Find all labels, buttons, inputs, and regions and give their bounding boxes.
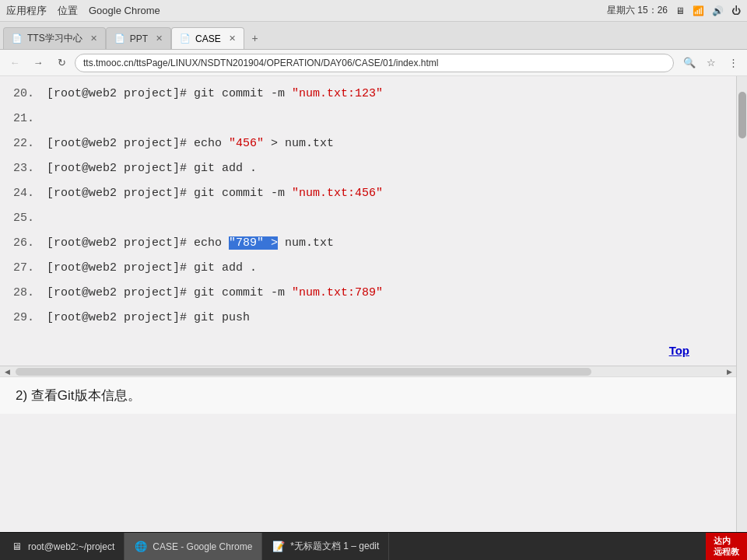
taskbar-item-gedit[interactable]: 📝 *无标题文档 1 – gedit [262, 533, 389, 561]
tab-ppt-icon: 📄 [114, 33, 125, 44]
line-num-23: 23. [8, 159, 47, 179]
tab-tts[interactable]: 📄 TTS学习中心 ✕ [3, 27, 106, 49]
code-line-29: 29. [root@web2 project]# git push [8, 308, 721, 333]
code-line-25: 25. [8, 208, 721, 233]
code-line-21: 21. [8, 109, 721, 134]
scrollbar-x-track [12, 368, 724, 376]
line-content-20: [root@web2 project]# git commit -m "num.… [47, 84, 383, 104]
line-num-26: 26. [8, 233, 47, 254]
taskbar-terminal-label: root@web2:~/project [28, 541, 114, 552]
scroll-left-arrow[interactable]: ◀ [2, 366, 12, 377]
system-bar-right: 星期六 15：26 🖥 📶 🔊 ⏻ [607, 4, 741, 17]
section-label: 2) 查看Git版本信息。 [16, 388, 141, 403]
line-num-21: 21. [8, 109, 47, 129]
line-content-27: [root@web2 project]# git add . [47, 258, 257, 278]
system-time: 星期六 15：26 [607, 4, 668, 17]
brand-line2: 远程教 [714, 547, 739, 557]
taskbar-item-terminal[interactable]: 🖥 root@web2:~/project [0, 533, 124, 561]
line-num-28: 28. [8, 283, 47, 303]
tab-bar: 📄 TTS学习中心 ✕ 📄 PPT ✕ 📄 CASE ✕ + [0, 22, 747, 50]
system-bar-left: 应用程序 位置 Google Chrome [6, 4, 160, 18]
line-content-26: [root@web2 project]# echo "789" > num.tx… [47, 233, 334, 254]
taskbar-gedit-label: *无标题文档 1 – gedit [290, 540, 379, 553]
network-icon[interactable]: 📶 [693, 5, 704, 16]
system-bar: 应用程序 位置 Google Chrome 星期六 15：26 🖥 📶 🔊 ⏻ [0, 0, 747, 22]
brand-lines: 达内 远程教 [714, 536, 739, 556]
search-icon[interactable]: 🔍 [680, 54, 699, 72]
code-line-22: 22. [root@web2 project]# echo "456" > nu… [8, 134, 721, 159]
gedit-icon: 📝 [272, 540, 286, 554]
taskbar-item-chrome[interactable]: 🌐 CASE - Google Chrome [124, 533, 262, 561]
power-icon[interactable]: ⏻ [731, 5, 741, 16]
address-bar[interactable]: tts.tmooc.cn/ttsPage/LINUX/NSDTN201904/O… [75, 54, 674, 72]
taskbar-chrome-label: CASE - Google Chrome [153, 541, 252, 552]
top-link-container: Top [0, 341, 736, 366]
location-menu[interactable]: 位置 [58, 4, 78, 18]
bookmark-icon[interactable]: ☆ [702, 54, 721, 72]
tab-case-close[interactable]: ✕ [229, 33, 236, 44]
tab-tts-close[interactable]: ✕ [90, 33, 97, 44]
scrollbar-x-thumb[interactable] [16, 368, 591, 376]
tab-case-icon: 📄 [180, 33, 191, 44]
line-content-23: [root@web2 project]# git add . [47, 159, 257, 179]
reload-button[interactable]: ↻ [51, 53, 72, 73]
chrome-icon: 🌐 [134, 540, 148, 554]
tab-tts-label: TTS学习中心 [27, 32, 82, 45]
nav-icons: 🔍 ☆ ⋮ [680, 54, 742, 72]
terminal-icon: 🖥 [9, 540, 23, 554]
taskbar-brand[interactable]: 达内 远程教 [706, 533, 747, 561]
tab-ppt-close[interactable]: ✕ [156, 33, 163, 44]
line-num-27: 27. [8, 258, 47, 278]
tab-case[interactable]: 📄 CASE ✕ [171, 27, 244, 49]
scrollbar-x[interactable]: ◀ ▶ [0, 366, 736, 376]
app-menu[interactable]: 应用程序 [6, 4, 47, 18]
brand-line1: 达内 [714, 536, 739, 546]
line-num-29: 29. [8, 308, 47, 328]
tab-ppt[interactable]: 📄 PPT ✕ [106, 27, 171, 49]
line-num-25: 25. [8, 208, 47, 229]
new-tab-button[interactable]: + [244, 27, 266, 49]
taskbar: 🖥 root@web2:~/project 🌐 CASE - Google Ch… [0, 532, 747, 560]
line-content-29: [root@web2 project]# git push [47, 308, 250, 328]
forward-button[interactable]: → [28, 53, 48, 73]
address-text: tts.tmooc.cn/ttsPage/LINUX/NSDTN201904/O… [83, 58, 665, 68]
line-num-24: 24. [8, 184, 47, 204]
line-num-20: 20. [8, 84, 47, 104]
tab-tts-icon: 📄 [12, 33, 23, 44]
code-block: 20. [root@web2 project]# git commit -m "… [0, 76, 736, 341]
tab-case-label: CASE [195, 33, 221, 44]
code-line-24: 24. [root@web2 project]# git commit -m "… [8, 184, 721, 208]
line-num-22: 22. [8, 134, 47, 154]
nav-bar: ← → ↻ tts.tmooc.cn/ttsPage/LINUX/NSDTN20… [0, 50, 747, 76]
browser: 📄 TTS学习中心 ✕ 📄 PPT ✕ 📄 CASE ✕ + ← → ↻ tts… [0, 22, 747, 560]
scroll-right-arrow[interactable]: ▶ [724, 366, 735, 377]
code-line-28: 28. [root@web2 project]# git commit -m "… [8, 283, 721, 308]
scrollbar-y-thumb[interactable] [738, 92, 746, 138]
scrollbar-y[interactable] [736, 76, 747, 560]
top-link[interactable]: Top [669, 344, 689, 357]
page-content: 20. [root@web2 project]# git commit -m "… [0, 76, 736, 560]
chrome-menu[interactable]: Google Chrome [89, 5, 160, 16]
code-line-20: 20. [root@web2 project]# git commit -m "… [8, 84, 721, 109]
volume-icon[interactable]: 🔊 [712, 5, 724, 16]
section-below: 2) 查看Git版本信息。 [0, 376, 736, 414]
line-content-28: [root@web2 project]# git commit -m "num.… [47, 283, 383, 303]
content-area: 20. [root@web2 project]# git commit -m "… [0, 76, 747, 560]
code-line-23: 23. [root@web2 project]# git add . [8, 159, 721, 184]
line-content-24: [root@web2 project]# git commit -m "num.… [47, 184, 383, 204]
back-button[interactable]: ← [5, 53, 25, 73]
tab-ppt-label: PPT [130, 33, 148, 44]
menu-icon[interactable]: ⋮ [724, 54, 742, 72]
code-line-27: 27. [root@web2 project]# git add . [8, 258, 721, 283]
line-content-22: [root@web2 project]# echo "456" > num.tx… [47, 134, 334, 154]
code-line-26: 26. [root@web2 project]# echo "789" > nu… [8, 233, 721, 258]
monitor-icon[interactable]: 🖥 [675, 5, 685, 16]
